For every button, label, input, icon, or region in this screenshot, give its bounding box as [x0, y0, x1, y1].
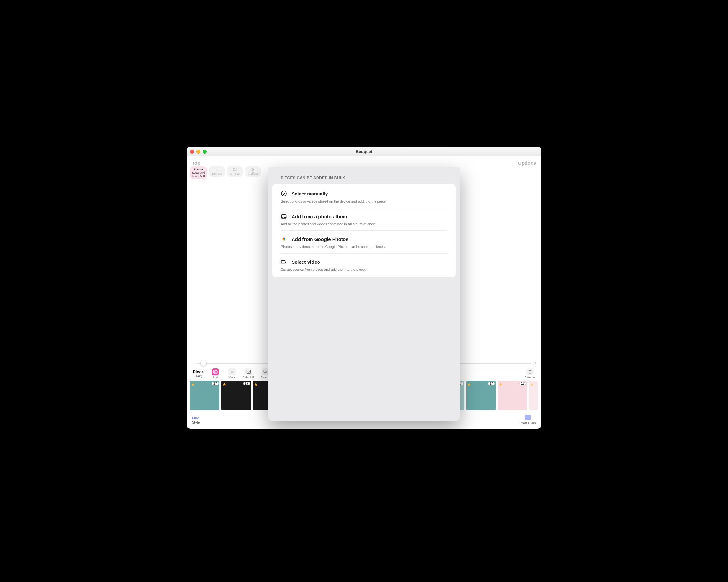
album-icon — [281, 213, 287, 220]
piece-heading: Piece (148) — [191, 370, 205, 378]
video-icon — [281, 259, 287, 265]
star-icon: ★ — [499, 382, 503, 387]
check-circle-icon — [281, 191, 287, 197]
option-add-album[interactable]: Add from a photo album Add all the photo… — [281, 208, 447, 231]
option-google-photos[interactable]: Add from Google Photos Photos and videos… — [281, 231, 447, 253]
mark-button[interactable]: ☆ Mark — [225, 368, 239, 379]
frame-chip-n: N = 2,500 — [192, 174, 205, 178]
option-title: Add from a photo album — [292, 214, 347, 219]
piece-shape-label: Piece Shape — [520, 421, 536, 424]
thumb-badge: 17 — [488, 382, 495, 385]
svg-rect-13 — [281, 260, 285, 263]
add-button[interactable]: Add — [209, 368, 222, 379]
app-window: Bouquet Top Options Frame Square(P) N = … — [187, 147, 541, 429]
option-title: Select Video — [292, 259, 320, 265]
option-desc: Add all the photos and videos contained … — [281, 222, 447, 226]
option-title: Select manually — [292, 191, 328, 197]
step-effect[interactable]: 3.Effect — [245, 166, 261, 177]
piece-title: Piece — [193, 370, 204, 374]
option-title: Add from Google Photos — [292, 236, 348, 242]
option-select-manually[interactable]: Select manually Select photos or videos … — [281, 185, 447, 208]
svg-point-1 — [216, 169, 216, 170]
svg-rect-0 — [215, 168, 219, 172]
style-value: Fine — [192, 416, 200, 420]
minus-icon[interactable]: − — [191, 360, 194, 366]
selectall-button[interactable]: Select All — [242, 368, 255, 379]
google-photos-icon — [281, 236, 287, 242]
frame-chip-shape: Square(P) — [192, 171, 205, 174]
thumb-badge: 17 — [243, 382, 250, 385]
puzzle-icon — [233, 168, 237, 172]
style-label: Style — [192, 421, 200, 424]
frame-chip[interactable]: Frame Square(P) N = 2,500 — [190, 166, 207, 179]
titlebar: Bouquet — [187, 147, 541, 156]
star-icon: ★ — [530, 382, 534, 387]
piece-shape-button[interactable]: Piece Shape — [520, 415, 536, 424]
trash-icon — [526, 368, 534, 375]
step-piece[interactable]: 2.Piece — [227, 166, 243, 177]
add-pieces-modal: PIECES CAN BE ADDED IN BULK Select manua… — [268, 167, 460, 421]
option-desc: Photos and videos stored in Google Photo… — [281, 245, 447, 249]
nav-top[interactable]: Top — [192, 160, 200, 166]
option-desc: Select photos or videos stored on the de… — [281, 199, 447, 203]
frame-chip-label: Frame — [192, 168, 205, 171]
selectall-label: Select All — [242, 376, 254, 379]
star-icon: ★ — [223, 382, 227, 387]
effect-icon — [251, 168, 255, 172]
remove-button[interactable]: Remove — [523, 368, 537, 379]
svg-rect-11 — [282, 214, 286, 215]
selectall-icon — [245, 368, 252, 375]
step-effect-label: 3.Effect — [248, 172, 258, 175]
plus-icon[interactable]: + — [534, 360, 537, 366]
star-icon: ★ — [467, 382, 471, 387]
modal-panel: Select manually Select photos or videos … — [272, 184, 456, 277]
slider-thumb[interactable] — [201, 360, 206, 366]
thumbnail[interactable]: ★17 — [498, 381, 527, 410]
svg-point-12 — [283, 216, 283, 216]
thumbnail[interactable]: ★17 — [190, 381, 219, 410]
step-image-label: 1.Image — [212, 172, 223, 175]
star-icon: ★ — [254, 382, 258, 387]
square-icon — [525, 415, 530, 421]
remove-label: Remove — [524, 376, 536, 379]
option-select-video[interactable]: Select Video Extract scenes from videos … — [281, 253, 447, 276]
mark-label: Mark — [229, 376, 235, 379]
star-icon: ☆ — [229, 368, 235, 375]
image-icon — [215, 168, 219, 172]
add-label: Add — [213, 376, 218, 379]
step-piece-label: 2.Piece — [230, 172, 240, 175]
option-desc: Extract scenes from videos and add them … — [281, 268, 447, 272]
star-icon: ★ — [191, 382, 195, 387]
style-block[interactable]: Fine Style — [192, 416, 200, 424]
step-image[interactable]: 1.Image — [209, 166, 225, 177]
thumbnail[interactable]: ★17 — [466, 381, 496, 410]
thumbnail[interactable]: ★17 — [222, 381, 251, 410]
thumb-badge: 17 — [519, 382, 526, 385]
nav-options[interactable]: Options — [518, 160, 536, 166]
window-title: Bouquet — [187, 149, 541, 154]
add-icon — [212, 368, 219, 375]
piece-count: (148) — [194, 374, 202, 378]
thumbnail[interactable]: ★ — [529, 381, 538, 410]
modal-header: PIECES CAN BE ADDED IN BULK — [272, 176, 456, 184]
thumb-badge: 17 — [212, 382, 218, 385]
